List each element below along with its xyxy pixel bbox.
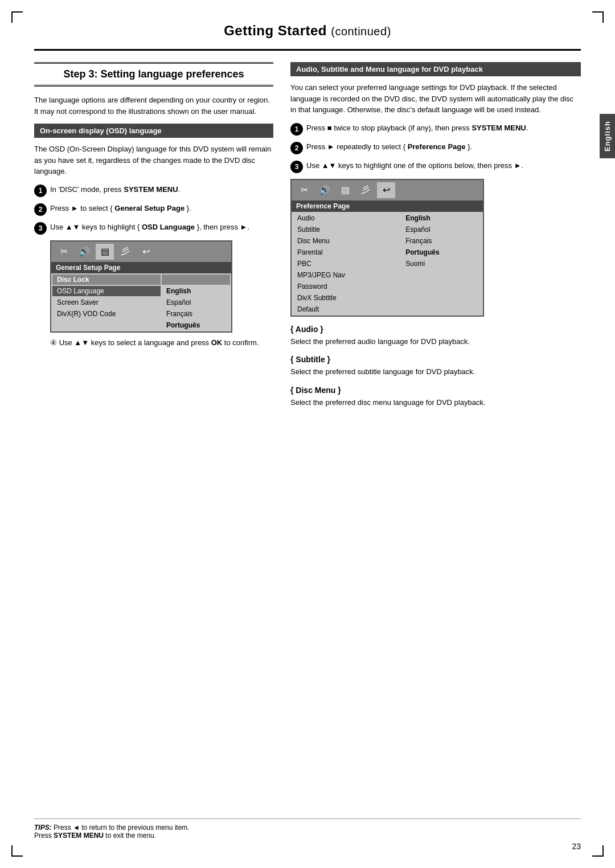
menu-cell-portugues: Português <box>162 320 230 330</box>
step-num-1: 1 <box>34 185 47 197</box>
osd-heading: On-screen display (OSD) language <box>34 124 273 138</box>
step4-text: Use ▲▼ keys to select a language and pre… <box>59 338 259 347</box>
menu-cell-espanol: Español <box>162 297 230 308</box>
title-rule <box>34 49 581 51</box>
right-step-1: 1 Press ■ twice to stop playback (if any… <box>290 122 581 136</box>
step-heading: Step 3: Setting language preferences <box>34 62 273 87</box>
pref-cell-divx-sub-label: DivX Subtitle <box>293 293 400 303</box>
pref-icon-display: ▤ <box>336 182 354 198</box>
pref-icon-audio: 🔊 <box>315 182 334 198</box>
pref-cell-password-label: Password <box>293 281 400 292</box>
page-number: 23 <box>572 842 581 851</box>
pref-row-divx-sub: DivX Subtitle <box>293 293 482 303</box>
step-title: Step 3: Setting language preferences <box>34 68 273 80</box>
title-main: Getting Started <box>224 23 327 38</box>
step-text-2: Press ► to select { General Setup Page }… <box>50 203 273 214</box>
pref-cell-subtitle-label: Subtitle <box>293 224 400 235</box>
menu-cell-empty <box>52 320 161 330</box>
right-step-2: 2 Press ► repeatedly to select { Prefere… <box>290 141 581 154</box>
right-step-num-3: 3 <box>290 161 303 173</box>
pref-row-parental: Parental Português <box>293 247 482 257</box>
pref-row-mp3: MP3/JPEG Nav <box>293 270 482 280</box>
system-menu-bold-r1: SYSTEM MENU <box>472 124 526 132</box>
right-column: Audio, Subtitle and Menu language for DV… <box>290 62 581 415</box>
tips-system-menu-bold: SYSTEM MENU <box>54 832 104 840</box>
menu-row-screen-saver: Screen Saver Español <box>52 297 230 308</box>
menu-cell-screen-saver: Screen Saver <box>52 297 161 308</box>
pref-title-bar: Preference Page <box>292 200 483 212</box>
right-step-3: 3 Use ▲▼ keys to highlight one of the op… <box>290 160 581 173</box>
step-text-3: Use ▲▼ keys to highlight { OSD Language … <box>50 222 273 233</box>
pref-cell-disc-menu-label: Disc Menu <box>293 236 400 246</box>
menu-cell-francais: Français <box>162 309 230 319</box>
left-column: Step 3: Setting language preferences The… <box>34 62 273 415</box>
disc-menu-sub-text: Select the preferred disc menu language … <box>290 397 581 408</box>
menu-icon-audio: 🔊 <box>75 244 93 260</box>
audio-sub-text: Select the preferred audio language for … <box>290 336 581 347</box>
dvd-heading: Audio, Subtitle and Menu language for DV… <box>290 62 581 76</box>
tips-line2: Press SYSTEM MENU to exit the menu. <box>34 832 156 840</box>
pref-row-disc-menu: Disc Menu Français <box>293 236 482 246</box>
pref-cell-pbc-val: Suomi <box>401 259 482 269</box>
step-num-3: 3 <box>34 222 47 235</box>
step-text-1: In 'DISC' mode, press SYSTEM MENU. <box>50 184 273 195</box>
menu-title-bar: General Setup Page <box>51 262 231 273</box>
left-step-4: ④ Use ▲▼ keys to select a language and p… <box>50 338 273 347</box>
menu-cell-disc-lock: Disc Lock <box>52 275 161 285</box>
left-step-3: 3 Use ▲▼ keys to highlight { OSD Languag… <box>34 222 273 235</box>
menu-cell-divx: DivX(R) VOD Code <box>52 309 161 319</box>
pref-cell-default-label: Default <box>293 304 400 314</box>
pref-cell-default-val <box>401 304 482 314</box>
pref-row-subtitle: Subtitle Español <box>293 224 482 235</box>
right-step-text-3: Use ▲▼ keys to highlight one of the opti… <box>306 160 581 171</box>
pref-table: Audio English Subtitle Español Disc Menu… <box>292 212 483 316</box>
pref-cell-mp3-val <box>401 270 482 280</box>
dvd-body: You can select your preferred language s… <box>290 82 581 116</box>
tips-line1: Press ◄ to return to the previous menu i… <box>54 824 190 832</box>
ok-bold: OK <box>211 338 223 347</box>
right-step-num-1: 1 <box>290 123 303 136</box>
pref-cell-parental-label: Parental <box>293 247 400 257</box>
disc-menu-sub-heading: { Disc Menu } <box>290 386 581 395</box>
pref-cell-audio-val: English <box>401 213 482 223</box>
pref-cell-audio-label: Audio <box>293 213 400 223</box>
intro-text: The language options are different depen… <box>34 95 273 117</box>
pref-cell-mp3-label: MP3/JPEG Nav <box>293 270 400 280</box>
pref-icon-active: ↩ <box>377 182 395 198</box>
pref-cell-parental-val: Português <box>401 247 482 257</box>
general-setup-bold: General Setup Page <box>114 204 184 212</box>
pref-icons-row: ✂ 🔊 ▤ 彡 ↩ <box>292 180 483 200</box>
page-title: Getting Started (continued) <box>34 23 581 39</box>
audio-sub-heading: { Audio } <box>290 325 581 334</box>
menu-row-divx: DivX(R) VOD Code Français <box>52 309 230 319</box>
left-step-2: 2 Press ► to select { General Setup Page… <box>34 203 273 216</box>
subtitle-sub-heading: { Subtitle } <box>290 355 581 364</box>
preference-page-bold: Preference Page <box>408 142 466 151</box>
right-step-text-1: Press ■ twice to stop playback (if any),… <box>306 122 581 134</box>
pref-row-password: Password <box>293 281 482 292</box>
menu-icon-extra2: ↩ <box>137 244 155 260</box>
system-menu-bold-1: SYSTEM MENU <box>124 185 178 194</box>
pref-row-audio: Audio English <box>293 213 482 223</box>
osd-menu-screenshot: ✂ 🔊 ▤ 彡 ↩ General Setup Page Disc Lock O… <box>50 240 232 333</box>
menu-cell-disc-lock-val <box>162 275 230 285</box>
title-continued: (continued) <box>331 25 391 38</box>
menu-icon-display: ▤ <box>96 244 114 260</box>
menu-icons-row: ✂ 🔊 ▤ 彡 ↩ <box>51 241 231 262</box>
osd-language-bold: OSD Language <box>142 223 195 231</box>
pref-menu-screenshot: ✂ 🔊 ▤ 彡 ↩ Preference Page Audio English … <box>290 179 484 317</box>
main-content: Step 3: Setting language preferences The… <box>34 62 581 415</box>
pref-cell-password-val <box>401 281 482 292</box>
pref-cell-pbc-label: PBC <box>293 259 400 269</box>
left-step-1: 1 In 'DISC' mode, press SYSTEM MENU. <box>34 184 273 197</box>
menu-cell-english: English <box>162 286 230 296</box>
menu-icon-scissors: ✂ <box>55 244 73 260</box>
pref-icon-extra1: 彡 <box>356 182 375 198</box>
right-step-text-2: Press ► repeatedly to select { Preferenc… <box>306 141 581 153</box>
subtitle-sub-text: Select the preferred subtitle language f… <box>290 366 581 378</box>
pref-row-default: Default <box>293 304 482 314</box>
pref-icon-scissors: ✂ <box>295 182 313 198</box>
menu-row-disc-lock: Disc Lock <box>52 275 230 285</box>
pref-cell-subtitle-val: Español <box>401 224 482 235</box>
menu-icon-extra1: 彡 <box>116 244 134 260</box>
